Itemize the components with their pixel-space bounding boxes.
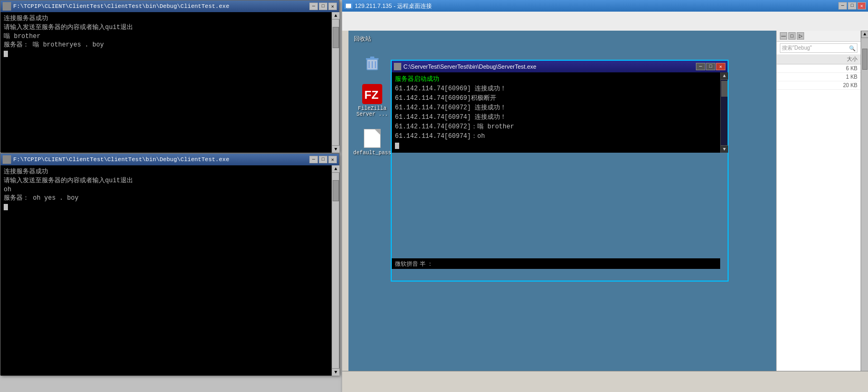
filezilla-icon[interactable]: FZ FileZillaServer ... <box>354 83 391 117</box>
rdp-desktop: 回收站 <box>348 31 868 392</box>
rdp-minimize[interactable]: — <box>838 2 847 10</box>
cmd2-scrollbar[interactable]: ▲ ▼ <box>332 165 339 376</box>
cmd1-scrollbar[interactable]: ▲ ▼ <box>332 12 339 153</box>
filezilla-img: FZ <box>362 83 383 105</box>
default-pass-icon[interactable]: default_pass <box>354 128 391 156</box>
cmd1-line3: 嗡 brother <box>4 32 328 41</box>
file-panel: — □ ▷ 搜索"Debug" 🔍 大小 6 KB <box>776 31 861 385</box>
file-item-3: 20 KB <box>777 81 861 90</box>
file-panel-maximize[interactable]: □ <box>788 32 796 40</box>
file-panel-controls: — □ ▷ <box>780 32 804 40</box>
cmd1-cursor <box>4 50 328 59</box>
cmd2-maximize[interactable]: □ <box>319 156 327 163</box>
cmd2-icon <box>3 155 11 164</box>
ime-bar: 微软拼音 半 ： <box>392 258 720 269</box>
cmd2-minimize[interactable]: — <box>309 156 318 163</box>
file-search-box[interactable]: 搜索"Debug" 🔍 <box>780 43 857 53</box>
cmd2-controls: — □ ✕ <box>309 156 337 163</box>
rdp-title: 129.211.7.135 - 远程桌面连接 <box>355 2 838 10</box>
svg-rect-1 <box>346 4 351 8</box>
default-pass-label: default_pass <box>353 150 391 156</box>
rdp-close[interactable]: ✕ <box>857 2 866 10</box>
server-titlebar[interactable]: C:\ServerTest\ServerTest\bin\Debug\Serve… <box>392 61 728 72</box>
cmd2-titlebar[interactable]: F:\TCPIP\CLIENT\ClientTest\ClientTest\bi… <box>1 154 339 165</box>
server-controls: — □ ✕ <box>696 63 725 70</box>
file-size-2: 1 KB <box>846 74 857 80</box>
cmd1-close[interactable]: ✕ <box>328 3 337 10</box>
cmd2-title: F:\TCPIP\CLIENT\ClientTest\ClientTest\bi… <box>13 156 309 163</box>
cmd2-line1: 连接服务器成功 <box>4 167 328 176</box>
server-close[interactable]: ✕ <box>716 63 725 70</box>
server-line3: 61.142.114.74[60969]积极断开 <box>395 94 724 103</box>
server-line6: 61.142.114.74[60972]：嗡 brother <box>395 122 724 132</box>
rdp-maximize[interactable]: □ <box>848 2 856 10</box>
cmd2-line3: oh <box>4 185 328 194</box>
default-pass-img <box>362 128 383 149</box>
server-line1: 服务器启动成功 <box>395 74 724 84</box>
rdp-icon <box>344 2 353 10</box>
cmd1-window: F:\TCPIP\CLIENT\ClientTest\ClientTest\bi… <box>0 0 339 152</box>
server-minimize[interactable]: — <box>696 63 705 70</box>
server-cursor <box>395 141 724 151</box>
ime-text: 微软拼音 半 ： <box>395 260 433 268</box>
cmd1-body: 连接服务器成功 请输入发送至服务器的内容或者输入quit退出 嗡 brother… <box>1 12 332 153</box>
vscroll-up[interactable]: ▲ <box>861 31 868 38</box>
cmd2-line4: 服务器： oh yes . boy <box>4 194 328 203</box>
recycle-bin-img <box>362 52 383 73</box>
file-panel-header: — □ ▷ <box>777 31 861 42</box>
file-size-1: 6 KB <box>846 66 857 71</box>
cmd2-cursor <box>4 203 328 212</box>
server-line5: 61.142.114.74[60974] 连接成功！ <box>395 113 724 122</box>
server-window-icon <box>394 63 401 70</box>
recycle-bin-icon[interactable] <box>354 52 391 73</box>
file-col-name: 大小 <box>847 55 857 63</box>
server-line7: 61.142.114.74[60974]：oh <box>395 132 724 141</box>
server-line2: 61.142.114.74[60969] 连接成功！ <box>395 84 724 94</box>
cmd1-line4: 服务器： 嗡 brotheryes . boy <box>4 41 328 50</box>
svg-rect-2 <box>347 8 350 9</box>
cmd2-window: F:\TCPIP\CLIENT\ClientTest\ClientTest\bi… <box>0 153 339 375</box>
rdp-status-bar <box>342 371 868 392</box>
file-item-1: 6 KB <box>777 64 861 73</box>
cmd2-line2: 请输入发送至服务器的内容或者输入quit退出 <box>4 176 328 185</box>
cmd1-minimize[interactable]: — <box>309 3 318 10</box>
server-console-window: C:\ServerTest\ServerTest\bin\Debug\Serve… <box>391 60 729 282</box>
cmd1-line2: 请输入发送至服务器的内容或者输入quit退出 <box>4 23 328 32</box>
rdp-window: 129.211.7.135 - 远程桌面连接 — □ ✕ 回收站 <box>342 0 868 392</box>
cmd1-titlebar[interactable]: F:\TCPIP\CLIENT\ClientTest\ClientTest\bi… <box>1 1 339 12</box>
filezilla-label: FileZillaServer ... <box>356 106 388 117</box>
desktop-icons: FZ FileZillaServer ... default_pass <box>354 46 391 156</box>
vscroll-thumb[interactable] <box>862 49 867 70</box>
cmd1-maximize[interactable]: □ <box>319 3 327 10</box>
cmd1-line1: 连接服务器成功 <box>4 14 328 23</box>
rdp-chrome-left <box>342 31 348 392</box>
rdp-content: 回收站 <box>348 31 868 392</box>
server-scrollbar[interactable]: ▲ ▼ <box>720 72 728 153</box>
file-size-3: 20 KB <box>843 82 857 88</box>
server-maximize[interactable]: □ <box>706 63 715 70</box>
svg-rect-5 <box>370 57 374 59</box>
rdp-titlebar[interactable]: 129.211.7.135 - 远程桌面连接 — □ ✕ <box>342 0 868 12</box>
cmd2-close[interactable]: ✕ <box>328 156 337 163</box>
server-body: 服务器启动成功 61.142.114.74[60969] 连接成功！ 61.14… <box>392 72 728 153</box>
rdp-controls: — □ ✕ <box>838 2 866 10</box>
file-panel-minimize[interactable]: — <box>780 32 787 40</box>
server-title: C:\ServerTest\ServerTest\bin\Debug\Serve… <box>403 63 696 70</box>
rdp-body: 回收站 <box>342 12 868 392</box>
cmd1-title: F:\TCPIP\CLIENT\ClientTest\ClientTest\bi… <box>13 3 309 10</box>
search-icon[interactable]: 🔍 <box>849 45 855 51</box>
svg-text:FZ: FZ <box>364 88 379 101</box>
file-panel-expand[interactable]: ▷ <box>797 32 804 40</box>
rdp-vscrollbar[interactable]: ▲ ▼ <box>861 31 868 385</box>
file-table-header: 大小 <box>777 54 861 64</box>
search-placeholder: 搜索"Debug" <box>782 44 849 52</box>
cmd1-controls: — □ ✕ <box>309 3 337 10</box>
file-item-2: 1 KB <box>777 73 861 81</box>
recycle-bin-label: 回收站 <box>354 35 371 43</box>
cmd1-icon <box>3 2 11 11</box>
cmd2-body: 连接服务器成功 请输入发送至服务器的内容或者输入quit退出 oh 服务器： o… <box>1 165 332 376</box>
server-line4: 61.142.114.74[60972] 连接成功！ <box>395 103 724 113</box>
